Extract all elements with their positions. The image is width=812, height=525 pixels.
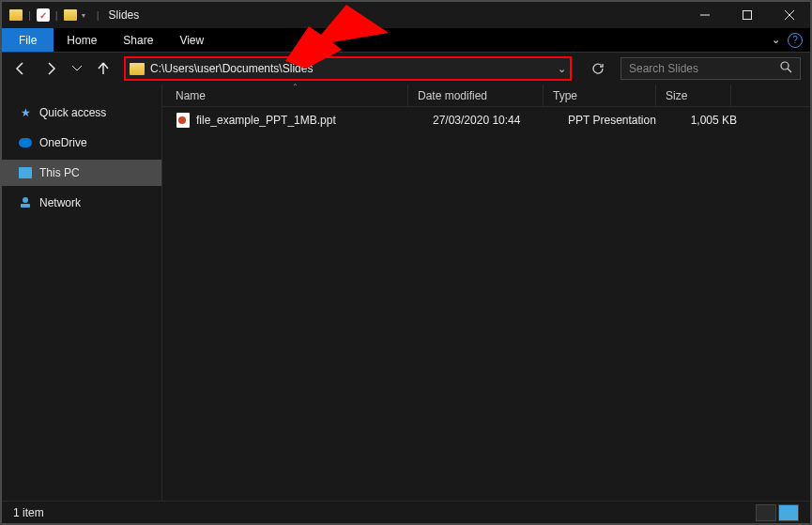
sidebar-item-quick-access[interactable]: ★ Quick access [2,100,161,126]
file-size: 1,005 KB [671,114,746,127]
address-bar[interactable]: C:\Users\user\Documents\Slides ⌄ [124,56,572,81]
close-button[interactable] [768,2,810,28]
titlebar: | | ▾ | Slides [2,2,810,28]
forward-button[interactable] [41,59,60,78]
onedrive-icon [19,138,32,147]
search-placeholder: Search Slides [629,62,780,75]
ribbon: File Home Share View ⌄ ? [2,28,810,53]
sidebar-item-label: Network [39,196,81,209]
file-row[interactable]: file_example_PPT_1MB.ppt 27/03/2020 10:4… [162,107,810,133]
search-input[interactable]: Search Slides [620,57,801,80]
tab-share[interactable]: Share [110,28,166,52]
tab-view[interactable]: View [166,28,217,52]
svg-line-5 [788,69,791,72]
minimize-button[interactable] [683,2,726,28]
column-name[interactable]: Name ⌃ [176,85,408,106]
sidebar-item-label: OneDrive [39,136,87,149]
tab-file[interactable]: File [2,28,54,52]
back-button[interactable] [11,59,30,78]
refresh-button[interactable] [587,57,609,80]
qat-dropdown-icon[interactable]: ▾ [82,11,85,20]
view-details-button[interactable] [756,504,776,521]
network-icon [19,196,32,209]
window-title: Slides [109,8,140,22]
recent-dropdown-icon[interactable] [71,59,83,78]
sort-indicator-icon: ⌃ [292,83,299,91]
properties-icon[interactable] [35,7,52,23]
column-date[interactable]: Date modified [408,85,544,106]
folder-icon [8,7,24,23]
ppt-icon [176,113,191,128]
svg-rect-7 [21,204,30,208]
folder-icon[interactable] [62,7,79,23]
svg-point-4 [781,62,789,69]
folder-icon [130,63,145,75]
navbar: C:\Users\user\Documents\Slides ⌄ Search … [2,53,810,85]
file-type: PPT Presentation [559,114,671,127]
up-button[interactable] [94,59,113,78]
svg-point-8 [23,197,28,203]
sidebar: ★ Quick access OneDrive This PC Network [2,85,161,501]
sidebar-item-this-pc[interactable]: This PC [2,160,161,186]
column-type[interactable]: Type [544,85,656,106]
file-name: file_example_PPT_1MB.ppt [196,114,423,127]
file-date: 27/03/2020 10:44 [423,114,559,127]
svg-rect-1 [743,11,751,20]
help-icon[interactable]: ? [788,33,803,48]
ribbon-expand-icon[interactable]: ⌄ [772,34,780,46]
separator: | [97,9,100,21]
pc-icon [19,167,32,178]
column-size[interactable]: Size [656,85,731,106]
statusbar: 1 item [2,501,810,523]
star-icon: ★ [19,106,32,119]
separator: | [55,9,58,21]
content-area: ★ Quick access OneDrive This PC Network [2,85,810,501]
window-controls [683,2,810,28]
address-path[interactable]: C:\Users\user\Documents\Slides [150,62,558,75]
sidebar-item-onedrive[interactable]: OneDrive [2,130,161,156]
view-toggles [756,504,799,521]
view-thumbnails-button[interactable] [778,504,799,521]
sidebar-item-network[interactable]: Network [2,190,161,216]
maximize-button[interactable] [726,2,768,28]
separator: | [28,9,31,21]
file-list: Name ⌃ Date modified Type Size file_exam… [161,85,810,501]
qat: | | ▾ | [8,7,103,23]
item-count: 1 item [13,506,44,519]
tab-home[interactable]: Home [54,28,110,52]
sidebar-item-label: This PC [39,166,80,179]
address-dropdown-icon[interactable]: ⌄ [558,63,566,75]
column-headers: Name ⌃ Date modified Type Size [162,85,810,107]
explorer-window: | | ▾ | Slides File Home Share View ⌄ [0,0,812,525]
search-icon[interactable] [780,60,792,77]
sidebar-item-label: Quick access [39,106,106,119]
